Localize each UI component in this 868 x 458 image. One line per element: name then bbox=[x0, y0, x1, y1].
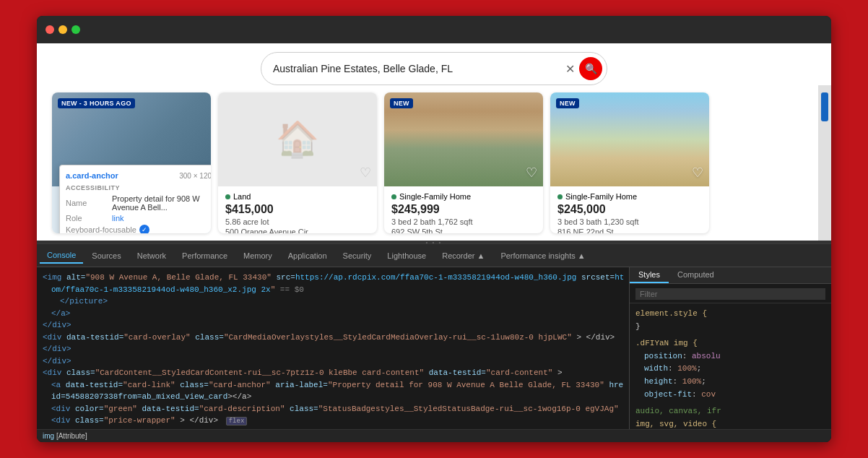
listing-address1: 500 Orange Avenue Cir bbox=[225, 228, 370, 233]
tab-security[interactable]: Security bbox=[336, 249, 379, 263]
accessibility-tooltip: a.card-anchor 300 × 120 ACCESSIBILITY Na… bbox=[59, 165, 211, 233]
listing-card[interactable]: NEW ♡ Single-Family Home $245,999 3 bed … bbox=[384, 92, 543, 233]
code-line: <div color="green" data-testid="card-des… bbox=[43, 403, 623, 415]
search-button[interactable]: 🔍 bbox=[579, 57, 602, 80]
tab-performance-insights[interactable]: Performance insights ▲ bbox=[493, 249, 592, 263]
listing-image: NEW ♡ bbox=[384, 92, 543, 186]
code-line: </picture> bbox=[43, 295, 623, 308]
tab-recorder[interactable]: Recorder ▲ bbox=[435, 249, 492, 263]
maximize-button[interactable] bbox=[71, 25, 80, 34]
minimize-button[interactable] bbox=[58, 25, 67, 34]
property-type: Land bbox=[225, 192, 370, 201]
style-prop-row: width: 100%; bbox=[635, 363, 825, 376]
code-line: <div class="CardContent__StyledCardConte… bbox=[43, 367, 623, 379]
style-selector: img, svg, video { bbox=[635, 418, 825, 429]
style-close: } bbox=[635, 321, 825, 334]
listing-card[interactable]: NEW ♡ Single-Family Home $245,000 3 bed … bbox=[550, 92, 709, 233]
listings-area: NEW - 3 HOURS AGO ♡ a.card-anchor 300 × … bbox=[37, 85, 831, 241]
tooltip-role-row: Role link bbox=[66, 214, 211, 222]
tooltip-dimensions: 300 × 120 bbox=[179, 172, 211, 180]
new-badge: NEW - 3 HOURS AGO bbox=[58, 98, 135, 108]
listing-card[interactable]: NEW - 3 HOURS AGO ♡ a.card-anchor 300 × … bbox=[52, 92, 211, 233]
breadcrumb-img[interactable]: img bbox=[43, 432, 54, 440]
favorite-button[interactable]: ♡ bbox=[692, 165, 703, 181]
browser-toolbar bbox=[37, 16, 831, 43]
tooltip-role-value: link bbox=[112, 214, 124, 222]
search-area: ✕ 🔍 bbox=[37, 43, 831, 85]
tab-sources[interactable]: Sources bbox=[84, 249, 128, 263]
style-prop-row: height: 100%; bbox=[635, 376, 825, 389]
type-label: Single-Family Home bbox=[399, 192, 471, 201]
breadcrumb-attribute: [Attribute] bbox=[56, 432, 87, 440]
styles-tabs: Styles Computed bbox=[630, 267, 831, 284]
check-icon: ✓ bbox=[139, 225, 149, 233]
property-type: Single-Family Home bbox=[391, 192, 536, 201]
style-selector: .dFIYaN img { bbox=[635, 337, 825, 350]
tab-computed[interactable]: Computed bbox=[669, 267, 723, 283]
code-line: om/ffaa70c-1-m3335821944od-w480_h360_x2.… bbox=[43, 284, 623, 296]
type-label: Single-Family Home bbox=[565, 192, 637, 201]
type-label: Land bbox=[233, 192, 251, 201]
browser-window: ✕ 🔍 NEW - 3 HOURS AGO ♡ a.card-anchor 30… bbox=[37, 16, 831, 442]
listing-image: NEW ♡ bbox=[550, 92, 709, 186]
listing-address1: 692 SW 5th St bbox=[391, 228, 536, 233]
search-input[interactable] bbox=[273, 63, 561, 74]
tooltip-anchor-label: a.card-anchor bbox=[66, 171, 118, 180]
tab-performance[interactable]: Performance bbox=[175, 249, 235, 263]
filter-input[interactable] bbox=[635, 288, 825, 300]
listing-card[interactable]: 🏠 ♡ Land $415,000 5.86 acre lot 500 Oran… bbox=[218, 92, 377, 233]
tooltip-role-label: Role bbox=[66, 214, 109, 222]
code-line: </div> bbox=[43, 319, 623, 332]
tab-network[interactable]: Network bbox=[130, 249, 173, 263]
favorite-button[interactable]: ♡ bbox=[526, 165, 537, 181]
favorite-button[interactable]: ♡ bbox=[360, 165, 371, 181]
card-body: Single-Family Home $245,999 3 bed 2 bath… bbox=[384, 186, 543, 233]
tooltip-keyboard-row: Keyboard-focusable ✓ bbox=[66, 225, 211, 233]
card-body: Land $415,000 5.86 acre lot 500 Orange A… bbox=[218, 186, 377, 233]
tab-console[interactable]: Console bbox=[40, 248, 83, 264]
filter-bar bbox=[630, 284, 831, 303]
search-icon: 🔍 bbox=[585, 63, 597, 74]
devtools-styles-panel: Styles Computed element.style { } .dFIYa… bbox=[629, 267, 831, 429]
listing-price: $245,000 bbox=[557, 203, 702, 216]
code-line: </a> bbox=[43, 308, 623, 320]
clear-search-button[interactable]: ✕ bbox=[561, 62, 579, 76]
type-dot bbox=[225, 194, 230, 199]
scrollbar-thumb[interactable] bbox=[821, 92, 828, 121]
devtools-tabs: Console Sources Network Performance Memo… bbox=[37, 244, 831, 267]
tooltip-section: ACCESSIBILITY bbox=[66, 184, 211, 191]
tooltip-name-value: Property detail for 908 W Avenue A Bell.… bbox=[112, 194, 211, 212]
devtools-breadcrumb: img [Attribute] bbox=[37, 429, 831, 442]
code-line: <div data-testid="card-overlay" class="C… bbox=[43, 332, 623, 344]
close-button[interactable] bbox=[45, 25, 54, 34]
styles-content: element.style { } .dFIYaN img { position… bbox=[630, 303, 831, 429]
new-badge: NEW bbox=[556, 98, 579, 108]
style-comment: audio, canvas, ifr bbox=[635, 405, 825, 418]
devtools-body: <img alt="908 W Avenue A, Belle Glade, F… bbox=[37, 267, 831, 429]
tab-application[interactable]: Application bbox=[281, 249, 334, 263]
type-dot bbox=[391, 194, 396, 199]
listing-image: 🏠 ♡ bbox=[218, 92, 377, 186]
style-selector: element.style { bbox=[635, 308, 825, 321]
new-badge: NEW bbox=[390, 98, 413, 108]
listing-address1: 816 NE 22nd St bbox=[557, 228, 702, 233]
devtools-panel: Console Sources Network Performance Memo… bbox=[37, 243, 831, 442]
style-prop-row: object-fit: cov bbox=[635, 389, 825, 402]
property-type: Single-Family Home bbox=[557, 192, 702, 201]
tab-memory[interactable]: Memory bbox=[236, 249, 279, 263]
type-dot bbox=[557, 194, 563, 199]
search-bar: ✕ 🔍 bbox=[261, 52, 607, 85]
card-body: Single-Family Home $245,000 3 bed 3 bath… bbox=[550, 186, 709, 233]
listing-meta: 3 bed 2 bath 1,762 sqft bbox=[391, 217, 536, 226]
tab-styles[interactable]: Styles bbox=[630, 267, 669, 283]
listing-price: $415,000 bbox=[225, 203, 370, 216]
code-line: <div class="price-wrapper" > </div> flex bbox=[43, 415, 623, 427]
tab-lighthouse[interactable]: Lighthouse bbox=[380, 249, 433, 263]
scrollbar[interactable] bbox=[818, 85, 831, 241]
code-line: id=54588207338from=ab_mixed_view_card></… bbox=[43, 391, 623, 403]
browser-content: ✕ 🔍 NEW - 3 HOURS AGO ♡ a.card-anchor 30… bbox=[37, 43, 831, 243]
listing-price: $245,999 bbox=[391, 203, 536, 216]
tooltip-name-label: Name bbox=[66, 199, 109, 207]
code-line: </div> bbox=[43, 343, 623, 355]
code-line: <a data-testid="card-link" class="card-a… bbox=[43, 379, 623, 392]
